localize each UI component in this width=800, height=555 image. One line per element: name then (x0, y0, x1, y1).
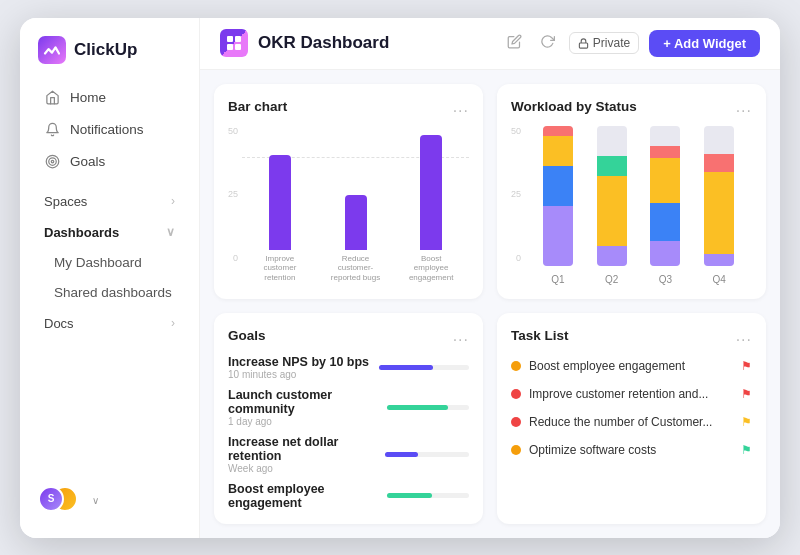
task-item-2: Improve customer retention and... ⚑ (511, 383, 752, 405)
task-dot-2 (511, 389, 521, 399)
svg-point-2 (48, 158, 56, 166)
sidebar: ClickUp Home Notifications (20, 18, 200, 538)
stacked-bar-q1: Q1 (543, 126, 573, 285)
goal-progress-bg-4 (387, 493, 469, 498)
goal-item-3: Increase net dollar retention Week ago (228, 435, 469, 474)
goal-progress-bar-3 (385, 452, 419, 457)
grid-icon (227, 36, 241, 50)
clickup-logo-icon (38, 36, 66, 64)
bar-2 (345, 195, 367, 250)
private-label: Private (593, 36, 630, 50)
goals-card-menu[interactable]: ... (453, 327, 469, 345)
bar-label-3: Boost employee engagement (404, 254, 459, 283)
stacked-label-q2: Q2 (605, 274, 618, 285)
stacked-bar-q3-bar (650, 126, 680, 266)
task-flag-4: ⚑ (741, 443, 752, 457)
sidebar-shared-dashboards-label: Shared dashboards (54, 285, 172, 300)
sidebar-item-notifications-label: Notifications (70, 122, 144, 137)
task-list: Boost employee engagement ⚑ Improve cust… (511, 355, 752, 461)
bar-chart-area: 50 25 0 Improve customer retention (228, 126, 469, 285)
lock-icon (578, 38, 589, 49)
goal-time-1: 10 minutes ago (228, 369, 369, 380)
sidebar-footer[interactable]: S ∨ (20, 476, 199, 526)
footer-chevron-icon: ∨ (92, 495, 99, 506)
stacked-chart-area: Q1 Q2 (525, 126, 752, 285)
refresh-button[interactable] (536, 30, 559, 57)
task-name-1: Boost employee engagement (529, 359, 733, 373)
task-name-4: Optimize software costs (529, 443, 733, 457)
goal-progress-bar-4 (387, 493, 432, 498)
task-flag-3: ⚑ (741, 415, 752, 429)
stacked-bar-q1-bar (543, 126, 573, 266)
stacked-bar-q4-bar (704, 126, 734, 266)
sidebar-item-home-label: Home (70, 90, 106, 105)
goals-list: Increase NPS by 10 bps 10 minutes ago (228, 355, 469, 510)
logo-text: ClickUp (74, 40, 137, 60)
task-name-2: Improve customer retention and... (529, 387, 733, 401)
workload-chart-header: Workload by Status ... (511, 98, 752, 116)
task-name-3: Reduce the number of Customer... (529, 415, 733, 429)
sidebar-section-docs[interactable]: Docs › (26, 309, 193, 338)
goal-name-1: Increase NPS by 10 bps (228, 355, 369, 369)
workload-y-0: 0 (516, 253, 521, 263)
svg-point-3 (51, 160, 54, 163)
bar-chart-header: Bar chart ... (228, 98, 469, 116)
sidebar-item-goals[interactable]: Goals (26, 147, 193, 177)
stacked-label-q3: Q3 (659, 274, 672, 285)
goal-item-2: Launch customer community 1 day ago (228, 388, 469, 427)
task-flag-2: ⚑ (741, 387, 752, 401)
edit-button[interactable] (503, 30, 526, 57)
add-widget-button[interactable]: + Add Widget (649, 30, 760, 57)
task-item-1: Boost employee engagement ⚑ (511, 355, 752, 377)
bar-1 (269, 155, 291, 250)
chevron-down-icon: ∨ (166, 225, 175, 239)
y-label-25: 25 (228, 189, 238, 199)
bar-chart-title: Bar chart (228, 99, 453, 114)
sidebar-item-notifications[interactable]: Notifications (26, 115, 193, 145)
topbar-actions: Private + Add Widget (503, 30, 760, 57)
bar-group-1: Improve customer retention (252, 155, 307, 283)
workload-chart-menu[interactable]: ... (736, 98, 752, 116)
sidebar-section-dashboards[interactable]: Dashboards ∨ (26, 218, 193, 247)
task-dot-1 (511, 361, 521, 371)
goals-card: Goals ... Increase NPS by 10 bps 10 minu… (214, 313, 483, 524)
bar-group-2: Reduce customer-reported bugs (328, 195, 383, 283)
task-list-menu[interactable]: ... (736, 327, 752, 345)
sidebar-dashboards-label: Dashboards (44, 225, 119, 240)
sidebar-item-shared-dashboards[interactable]: Shared dashboards (26, 278, 193, 307)
goal-progress-bar-2 (387, 405, 449, 410)
goal-time-2: 1 day ago (228, 416, 387, 427)
svg-rect-0 (38, 36, 66, 64)
logo[interactable]: ClickUp (20, 36, 199, 82)
workload-chart-card: Workload by Status ... 50 25 0 (497, 84, 766, 299)
avatar-user1: S (38, 486, 64, 512)
y-label-50: 50 (228, 126, 238, 136)
sidebar-section-spaces[interactable]: Spaces › (26, 187, 193, 216)
topbar: OKR Dashboard Private (200, 18, 780, 70)
task-item-4: Optimize software costs ⚑ (511, 439, 752, 461)
task-flag-1: ⚑ (741, 359, 752, 373)
goal-progress-bg-2 (387, 405, 469, 410)
goal-progress-bg-1 (379, 365, 469, 370)
goals-card-title: Goals (228, 328, 453, 343)
content-grid: Bar chart ... 50 25 0 (200, 70, 780, 538)
goal-name-4: Boost employee engagement (228, 482, 387, 510)
sidebar-item-my-dashboard[interactable]: My Dashboard (26, 248, 193, 277)
page-title: OKR Dashboard (258, 33, 389, 53)
y-label-0: 0 (233, 253, 238, 263)
goals-card-header: Goals ... (228, 327, 469, 345)
goal-name-2: Launch customer community (228, 388, 387, 416)
sidebar-item-home[interactable]: Home (26, 83, 193, 113)
stacked-label-q1: Q1 (551, 274, 564, 285)
chevron-right-icon: › (171, 194, 175, 208)
bar-chart-card: Bar chart ... 50 25 0 (214, 84, 483, 299)
goal-item-1: Increase NPS by 10 bps 10 minutes ago (228, 355, 469, 380)
bar-chart-menu[interactable]: ... (453, 98, 469, 116)
task-dot-3 (511, 417, 521, 427)
stacked-label-q4: Q4 (712, 274, 725, 285)
bell-icon (44, 122, 60, 138)
avatar-stack: S (38, 486, 82, 516)
home-icon (44, 90, 60, 106)
goal-name-3: Increase net dollar retention (228, 435, 385, 463)
task-item-3: Reduce the number of Customer... ⚑ (511, 411, 752, 433)
